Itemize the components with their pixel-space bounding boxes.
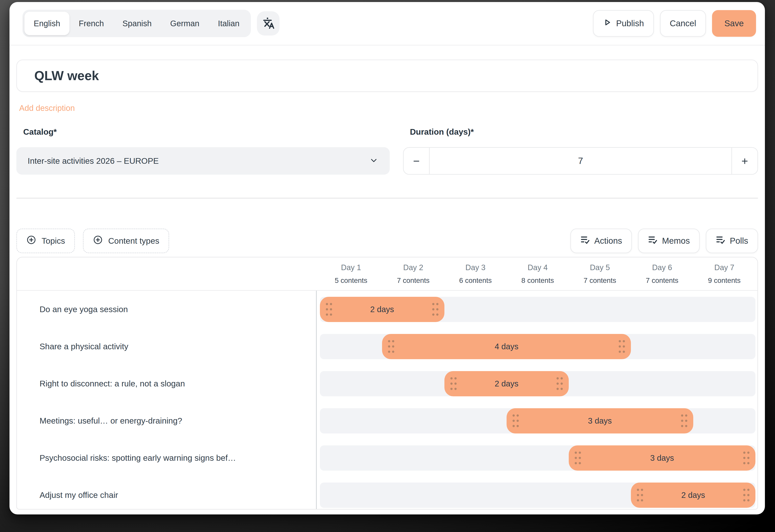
duration-bar[interactable]: 3 days (507, 408, 693, 434)
day-column-header: Day 6 7 contents (631, 263, 693, 285)
editor-content: Add description Catalog* Inter-site acti… (9, 45, 765, 510)
drag-handle-right-icon[interactable] (742, 450, 751, 466)
schedule-table: Day 1 5 contents Day 2 7 contents Day 3 … (16, 257, 758, 510)
bar-duration-label: 2 days (495, 379, 519, 388)
drag-handle-right-icon[interactable] (556, 376, 564, 392)
drag-handle-left-icon[interactable] (387, 339, 396, 354)
tab-language-italian[interactable]: Italian (209, 12, 249, 35)
save-button[interactable]: Save (712, 10, 756, 37)
table-row: Do an eye yoga session 2 days (17, 291, 757, 328)
day-column-header: Day 1 5 contents (320, 263, 382, 285)
bar-duration-label: 2 days (681, 491, 705, 500)
drag-handle-left-icon[interactable] (574, 450, 582, 466)
bar-duration-label: 3 days (588, 416, 612, 425)
activity-label: Share a physical activity (17, 328, 317, 365)
table-row: Adjust my office chair 2 days (17, 477, 757, 510)
tab-language-english[interactable]: English (24, 12, 69, 35)
polls-label: Polls (730, 236, 748, 246)
drag-handle-left-icon[interactable] (636, 487, 644, 503)
form-row: Catalog* Inter-site activities 2026 – EU… (16, 127, 758, 175)
drag-handle-left-icon[interactable] (325, 302, 333, 317)
duration-decrement-button[interactable]: − (404, 148, 429, 174)
drag-handle-left-icon[interactable] (512, 413, 520, 429)
publish-label: Publish (616, 19, 644, 28)
plus-circle-icon (93, 235, 103, 247)
activity-label: Right to disconnect: a rule, not a sloga… (17, 365, 317, 402)
day-column-header: Day 5 7 contents (569, 263, 631, 285)
plus-circle-icon (26, 235, 36, 247)
table-row: Psychosocial risks: spotting early warni… (17, 439, 757, 477)
duration-label: Duration (days)* (410, 127, 758, 137)
table-row: Meetings: useful… or energy-draining? 3 … (17, 402, 757, 439)
day-track: 2 days (320, 297, 755, 322)
table-row: Right to disconnect: a rule, not a sloga… (17, 365, 757, 402)
day-track: 3 days (320, 445, 755, 471)
tab-language-spanish[interactable]: Spanish (113, 12, 161, 35)
content-types-label: Content types (108, 236, 159, 246)
duration-bar[interactable]: 3 days (569, 445, 755, 471)
cancel-button[interactable]: Cancel (660, 10, 706, 37)
add-content-types-button[interactable]: Content types (83, 228, 169, 253)
section-divider (16, 198, 758, 199)
activity-label: Psychosocial risks: spotting early warni… (17, 439, 317, 477)
actions-label: Actions (594, 236, 622, 246)
schedule-toolbar: Topics Content types (16, 228, 758, 253)
publish-button[interactable]: Publish (593, 10, 654, 37)
duration-bar[interactable]: 2 days (631, 483, 755, 508)
checklist-icon (648, 235, 658, 247)
drag-handle-right-icon[interactable] (742, 487, 751, 503)
translate-icon (262, 17, 274, 30)
duration-bar[interactable]: 2 days (445, 371, 569, 396)
drag-handle-right-icon[interactable] (680, 413, 688, 429)
drag-handle-right-icon[interactable] (618, 339, 626, 354)
language-tabs: English French Spanish German Italian (22, 10, 251, 37)
duration-increment-button[interactable]: + (732, 148, 757, 174)
drag-handle-right-icon[interactable] (431, 302, 440, 317)
bar-duration-label: 3 days (650, 454, 674, 463)
activity-label: Meetings: useful… or energy-draining? (17, 402, 317, 439)
tab-language-german[interactable]: German (161, 12, 209, 35)
backdrop: English French Spanish German Italian (0, 0, 775, 532)
catalog-label: Catalog* (23, 127, 390, 137)
duration-bar[interactable]: 2 days (320, 297, 445, 322)
catalog-value: Inter-site activities 2026 – EUROPE (28, 156, 369, 166)
save-label: Save (724, 19, 744, 28)
duration-value[interactable]: 7 (429, 148, 732, 174)
activity-label: Adjust my office chair (17, 477, 317, 510)
chevron-down-icon (369, 156, 378, 166)
table-row: Share a physical activity 4 days (17, 328, 757, 365)
day-column-header: Day 2 7 contents (382, 263, 444, 285)
play-icon (603, 18, 612, 29)
translate-button[interactable] (257, 11, 279, 36)
tab-language-french[interactable]: French (69, 12, 113, 35)
day-track: 2 days (320, 371, 755, 396)
checklist-icon (716, 235, 725, 247)
duration-bar[interactable]: 4 days (382, 334, 631, 359)
day-column-header: Day 3 6 contents (445, 263, 507, 285)
drag-handle-left-icon[interactable] (449, 376, 458, 392)
activity-editor-window: English French Spanish German Italian (9, 2, 765, 514)
activity-label: Do an eye yoga session (17, 291, 317, 328)
add-description-link[interactable]: Add description (19, 104, 75, 113)
day-column-header: Day 7 9 contents (693, 263, 755, 285)
bar-duration-label: 2 days (370, 305, 394, 314)
duration-stepper: − 7 + (403, 147, 758, 175)
memos-button[interactable]: Memos (638, 228, 700, 253)
topics-label: Topics (42, 236, 65, 246)
day-track: 4 days (320, 334, 755, 359)
catalog-select[interactable]: Inter-site activities 2026 – EUROPE (16, 147, 390, 175)
title-input[interactable] (16, 60, 758, 92)
actions-button[interactable]: Actions (570, 228, 632, 253)
memos-label: Memos (662, 236, 690, 246)
day-track: 3 days (320, 408, 755, 434)
bar-duration-label: 4 days (495, 342, 519, 351)
top-bar: English French Spanish German Italian (9, 2, 765, 45)
polls-button[interactable]: Polls (706, 228, 758, 253)
cancel-label: Cancel (670, 19, 696, 28)
schedule-header: Day 1 5 contents Day 2 7 contents Day 3 … (17, 257, 757, 291)
checklist-icon (580, 235, 590, 247)
day-track: 2 days (320, 483, 755, 508)
day-column-header: Day 4 8 contents (507, 263, 569, 285)
add-topics-button[interactable]: Topics (16, 228, 75, 253)
